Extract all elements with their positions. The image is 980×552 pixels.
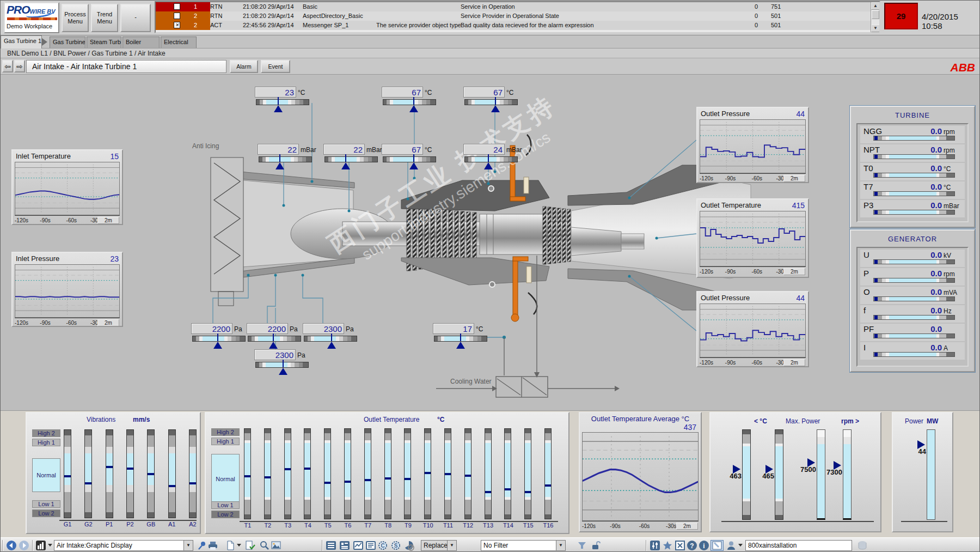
- temperature-bar[interactable]: T8: [384, 428, 391, 529]
- indicator-press-22-2[interactable]: 22mBar: [323, 144, 388, 171]
- indicator-press-22-1[interactable]: 22mBar: [258, 144, 322, 171]
- tab-steam-turbine[interactable]: Steam Turbine: [87, 37, 121, 48]
- trend-menu-button[interactable]: Trend Menu: [91, 4, 118, 32]
- trend-inlet-temperature[interactable]: Inlet Temperature15 -120s-90s-60s-30s2m: [11, 149, 123, 225]
- meter-row[interactable]: f 0.0 Hz: [860, 305, 965, 323]
- find-icon[interactable]: [259, 540, 270, 551]
- combo-arrow-icon[interactable]: ▼: [183, 541, 193, 550]
- scroll-down-icon[interactable]: ▼: [871, 25, 880, 32]
- alarm-list-icon[interactable]: [326, 540, 336, 551]
- meter-row[interactable]: NPT 0.0 rpm: [860, 144, 965, 162]
- process-menu-button[interactable]: Process Menu: [62, 4, 89, 32]
- temperature-bar[interactable]: T16: [544, 428, 552, 529]
- alarm-row[interactable]: ✕2 ACT 22:45:56 29/Apr/14 Messenger SP_1…: [156, 21, 879, 30]
- meter-row[interactable]: O 0.0 mVA: [860, 287, 965, 304]
- image-capture-icon[interactable]: [271, 540, 281, 551]
- temperature-bar[interactable]: T10: [424, 428, 431, 529]
- print-icon[interactable]: [207, 540, 218, 551]
- vibration-bar[interactable]: A2: [189, 429, 197, 527]
- vibration-bar[interactable]: GB: [147, 429, 155, 527]
- trend-range-button[interactable]: 2m: [97, 217, 119, 224]
- temperature-bar[interactable]: T3: [284, 428, 291, 529]
- trend-range-button[interactable]: 2m: [783, 268, 805, 275]
- temp-limit-bar-1[interactable]: 463: [742, 429, 751, 520]
- document-window-icon[interactable]: [365, 540, 376, 551]
- scroll-thumb[interactable]: [872, 10, 879, 19]
- alarm-ack-checkbox[interactable]: ✕: [174, 22, 180, 28]
- filter-funnel-icon[interactable]: [577, 540, 587, 551]
- trend-range-button[interactable]: 2m: [676, 523, 698, 530]
- temp-limit-bar-2[interactable]: 465: [775, 429, 783, 520]
- temperature-bar[interactable]: T11: [444, 428, 451, 529]
- indicator-inlet-temp[interactable]: 23°C: [255, 87, 319, 114]
- tab-electrical[interactable]: Electrical: [161, 37, 197, 48]
- meter-row[interactable]: NGG 0.0 rpm: [860, 126, 965, 143]
- indicator-pa-2300-2[interactable]: 2300Pa: [254, 349, 318, 377]
- alarm-scrollbar[interactable]: ▲ ▼: [871, 2, 879, 32]
- trend-inlet-pressure[interactable]: Inlet Pressure23 -120s-90s-60s-30s2m: [11, 252, 123, 327]
- temperature-bar[interactable]: T6: [344, 428, 351, 529]
- indicator-press-24[interactable]: 24mBar: [463, 144, 528, 171]
- new-page-icon[interactable]: [225, 540, 236, 551]
- vibration-bar[interactable]: P2: [126, 429, 134, 527]
- meter-row[interactable]: U 0.0 kV: [860, 250, 965, 267]
- alarm-ack-checkbox[interactable]: [174, 13, 180, 19]
- aspect-chart-icon[interactable]: [35, 540, 46, 551]
- trend-window-icon[interactable]: [353, 540, 364, 551]
- trend-outlet-temperature[interactable]: Outlet Temperature415 -120s-90s-60s-30s2…: [696, 198, 809, 278]
- user-caret-icon[interactable]: [738, 544, 743, 547]
- tab-gas-turbine-1[interactable]: Gas Turbine 1: [1, 35, 42, 48]
- scroll-up-icon[interactable]: ▲: [871, 2, 880, 10]
- temperature-bar[interactable]: T2: [264, 428, 271, 529]
- alarm-list-button[interactable]: Alarm List: [230, 60, 258, 73]
- vibration-bar[interactable]: G2: [84, 429, 92, 527]
- control-gear-c-icon[interactable]: C: [377, 540, 388, 551]
- power-bar[interactable]: 44: [927, 429, 935, 520]
- temperature-bar[interactable]: T5: [324, 428, 331, 529]
- new-page-caret-icon[interactable]: [237, 544, 241, 547]
- temperature-bar[interactable]: T12: [464, 428, 471, 529]
- disabled-pie-icon[interactable]: [403, 540, 414, 551]
- replace-combobox[interactable]: Replace▼: [421, 540, 457, 551]
- meter-row[interactable]: PF 0.0: [860, 324, 965, 341]
- meter-row[interactable]: T7 0.0 °C: [860, 181, 965, 199]
- temperature-bar[interactable]: T4: [304, 428, 311, 529]
- trend-range-button[interactable]: 2m: [97, 319, 119, 326]
- forward-button[interactable]: ⇨: [14, 60, 25, 72]
- temperature-bar[interactable]: T15: [524, 428, 531, 529]
- vibration-bar[interactable]: P1: [106, 429, 113, 527]
- trend-outlet-pressure-1[interactable]: Outlet Pressure44 -120s-90s-60s-30s2m: [696, 107, 809, 183]
- verify-document-icon[interactable]: [244, 540, 255, 551]
- system-gear-s-icon[interactable]: S: [390, 540, 401, 551]
- filter-combobox[interactable]: No Filter▼: [481, 540, 566, 551]
- alarm-row[interactable]: 1 RTN 21:08:20 29/Apr/14 Basic Service i…: [156, 2, 879, 11]
- pin-icon[interactable]: [197, 540, 207, 551]
- search-input[interactable]: [745, 540, 852, 551]
- temperature-bar[interactable]: T1: [244, 428, 251, 529]
- tab-boiler[interactable]: Boiler: [122, 37, 160, 48]
- back-button[interactable]: ⇦: [2, 60, 13, 72]
- indicator-pa-2300-1[interactable]: 2300Pa: [303, 323, 367, 350]
- temperature-bar[interactable]: T9: [404, 428, 411, 529]
- nav-forward-icon[interactable]: [19, 540, 29, 551]
- vibration-bar[interactable]: A1: [168, 429, 176, 527]
- temperature-bar[interactable]: T13: [485, 428, 492, 529]
- alarm-ack-checkbox[interactable]: [174, 3, 180, 10]
- meter-row[interactable]: T0 0.0 °C: [860, 163, 965, 180]
- trend-outlet-pressure-2[interactable]: Outlet Pressure44 -120s-90s-60s-30s2m: [696, 291, 809, 367]
- info-icon[interactable]: i: [699, 540, 709, 551]
- indicator-pa-2200-1[interactable]: 2200Pa: [191, 323, 255, 350]
- favorites-star-icon[interactable]: [662, 540, 673, 551]
- temperature-bar[interactable]: T7: [364, 428, 371, 529]
- indicator-temp-67-3[interactable]: 67°C: [382, 144, 446, 171]
- graphic-display-combobox[interactable]: Air Intake:Graphic Display▼: [54, 540, 193, 551]
- tab-gas-turbine-2[interactable]: Gas Turbine 2: [50, 37, 85, 48]
- avg-temperature-trend[interactable]: Outlet Temperature Average °C437 -120s-9…: [579, 412, 702, 532]
- workspace-window-button[interactable]: [710, 540, 724, 551]
- rpm-limit-bar-2[interactable]: 7300: [843, 429, 852, 520]
- indicator-pa-2200-2[interactable]: 2200Pa: [247, 323, 311, 350]
- alarm-line-list[interactable]: 1 RTN 21:08:20 29/Apr/14 Basic Service i…: [155, 1, 880, 33]
- nav-back-icon[interactable]: [6, 540, 17, 551]
- trend-range-button[interactable]: 2m: [783, 175, 805, 182]
- indicator-cooling-temp[interactable]: 17°C: [433, 323, 497, 350]
